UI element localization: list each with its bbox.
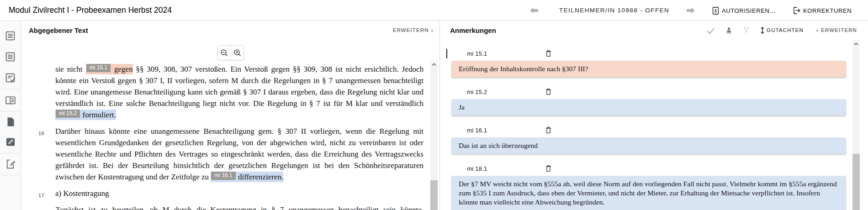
- magnifier-plus-icon: [233, 48, 242, 58]
- expand-label: ERWEITERN: [821, 27, 857, 33]
- annotation-id: mi 18.1: [467, 165, 487, 172]
- corrections-button[interactable]: KORREKTUREN: [793, 6, 852, 15]
- authorize-label: AUTORISIEREN...: [722, 7, 775, 14]
- annotation-row-header: mi 16.1: [451, 126, 846, 134]
- annotations-list: mi 15.1Eröffnung der Inhaltskontrolle na…: [441, 39, 868, 210]
- right-panel-header: Anmerkungen: [441, 21, 868, 39]
- annotation-box[interactable]: Der §7 MV weicht nicht vom §555a ab, wei…: [451, 176, 846, 210]
- annotation-row: mi 18.1Der §7 MV weicht nicht vom §555a …: [451, 165, 846, 210]
- annotation-row-header: mi 15.2: [451, 88, 846, 96]
- chevron-up-icon: [432, 63, 436, 66]
- prev-participant-button[interactable]: [530, 7, 539, 14]
- text-paragraph: 16Darüber hinaus könnte eine unangemesse…: [55, 126, 423, 183]
- scrollbar-thumb[interactable]: [430, 180, 438, 210]
- sidebar-item-document-lines-1[interactable]: [0, 26, 21, 46]
- line-number: 18: [38, 206, 44, 210]
- authorize-button[interactable]: AUTORISIEREN...: [711, 6, 775, 16]
- expand-left-panel-button[interactable]: ERWEITERN ›: [393, 27, 434, 34]
- text-cursor: [446, 49, 447, 58]
- scroll-up-button[interactable]: [430, 61, 438, 68]
- annotations-toolbar: GUTACHTEN ‹ ERWEITERN: [706, 26, 863, 34]
- annotation-box[interactable]: Ja: [451, 99, 846, 116]
- annotation-row: mi 15.2Ja: [451, 88, 846, 116]
- sidebar-divider: [0, 153, 21, 153]
- right-panel-scrollbar[interactable]: [852, 40, 860, 210]
- annotation-box[interactable]: Eröffnung der Inhaltskontrolle nach §307…: [451, 61, 846, 77]
- gutachten-button[interactable]: GUTACHTEN: [760, 26, 804, 34]
- user-card-icon: [711, 6, 720, 16]
- trash-icon: [545, 50, 551, 57]
- sidebar-divider: [0, 111, 21, 111]
- delete-annotation-button[interactable]: [545, 50, 551, 57]
- delete-annotation-button[interactable]: [545, 165, 551, 172]
- document-check-icon: [5, 72, 16, 84]
- box-arrow-icon: [793, 6, 801, 15]
- panel-title-submitted-text: Abgegebener Text: [29, 26, 88, 34]
- person-icon: [725, 26, 733, 34]
- page-solid-icon: [5, 116, 16, 127]
- scroll-up-button[interactable]: [852, 40, 860, 47]
- filter-button[interactable]: [742, 26, 750, 34]
- left-panel: Abgegebener Text ERWEITERN › sie nicht m…: [21, 21, 438, 210]
- sort-up-down-icon: [760, 26, 765, 34]
- arrow-left-icon: [530, 7, 539, 14]
- note-edit-icon: [5, 136, 16, 147]
- highlighted-text: mi 16.1 differenzieren.: [211, 172, 283, 182]
- sidebar-item-page-solid[interactable]: [0, 112, 21, 132]
- text-paragraph: 17a) Kostentragung: [55, 188, 423, 199]
- document-lines-icon: [5, 30, 16, 42]
- left-panel-header: Abgegebener Text ERWEITERN ›: [21, 21, 438, 39]
- page-edit-icon: [5, 158, 16, 170]
- highlighted-text: mi 15.2 formuliert.: [55, 110, 116, 120]
- annotation-box[interactable]: Das ist an sich überzeugend: [451, 137, 846, 154]
- expand-right-panel-button[interactable]: ‹ ERWEITERN: [816, 27, 857, 34]
- chevron-up-icon: [854, 42, 858, 46]
- annotation-id: mi 15.2: [467, 89, 487, 95]
- sidebar-item-note-edit[interactable]: [0, 132, 21, 152]
- zoom-controls: [217, 45, 244, 60]
- sidebar-item-book-compare[interactable]: [0, 90, 21, 110]
- delete-annotation-button[interactable]: [545, 88, 551, 95]
- text-paragraph: 18Zunächst ist zu beurteilen, ob M durch…: [55, 204, 423, 210]
- corrections-label: KORREKTUREN: [803, 7, 852, 14]
- delete-annotation-button[interactable]: [545, 126, 551, 134]
- sidebar-divider: [0, 89, 21, 89]
- sidebar-item-document-lines-2[interactable]: [0, 47, 21, 67]
- check-icon: [706, 26, 715, 34]
- text-paragraph: sie nicht mi 15.1 gegen §§ 309, 308, 307…: [55, 63, 423, 121]
- expand-label: ERWEITERN: [393, 27, 429, 33]
- annotation-row: mi 15.1Eröffnung der Inhaltskontrolle na…: [451, 50, 846, 77]
- scrollbar-thumb[interactable]: [852, 154, 860, 210]
- zoom-out-button[interactable]: [218, 46, 231, 60]
- trash-icon: [545, 88, 551, 95]
- app-title: Modul Zivilrecht I - Probeexamen Herbst …: [9, 5, 172, 15]
- document-lines-icon: [5, 51, 16, 63]
- gutachten-label: GUTACHTEN: [767, 27, 804, 33]
- annotation-row-header: mi 15.1: [451, 50, 846, 58]
- author-filter-button[interactable]: [725, 26, 733, 34]
- sidebar-item-page-edit[interactable]: [0, 154, 21, 174]
- trash-icon: [545, 126, 551, 134]
- submitted-text-body: sie nicht mi 15.1 gegen §§ 309, 308, 307…: [55, 63, 423, 210]
- annotation-marker-tag[interactable]: mi 15.2: [56, 110, 80, 118]
- sidebar: [0, 21, 21, 210]
- annotation-id: mi 16.1: [467, 127, 487, 134]
- annotation-id: mi 15.1: [467, 50, 487, 57]
- annotation-marker-tag[interactable]: mi 16.1: [211, 172, 235, 180]
- zoom-in-button[interactable]: [231, 46, 243, 60]
- next-participant-button[interactable]: [686, 7, 695, 14]
- highlighted-text: mi 15.1 gegen: [86, 64, 133, 74]
- resolve-all-button[interactable]: [706, 26, 715, 34]
- annotation-row: mi 16.1Das ist an sich überzeugend: [451, 126, 846, 154]
- line-number: 16: [38, 128, 44, 139]
- sidebar-divider: [0, 175, 21, 175]
- app-header: Modul Zivilrecht I - Probeexamen Herbst …: [0, 0, 868, 21]
- right-panel: Anmerkungen: [441, 21, 868, 210]
- left-panel-scrollbar[interactable]: [430, 61, 438, 210]
- magnifier-minus-icon: [220, 48, 229, 58]
- book-compare-icon: [5, 94, 16, 106]
- annotation-marker-tag[interactable]: mi 15.1: [86, 64, 111, 72]
- sidebar-item-document-check[interactable]: [0, 68, 21, 88]
- line-number: 17: [38, 190, 44, 201]
- annotation-row-header: mi 18.1: [451, 165, 846, 173]
